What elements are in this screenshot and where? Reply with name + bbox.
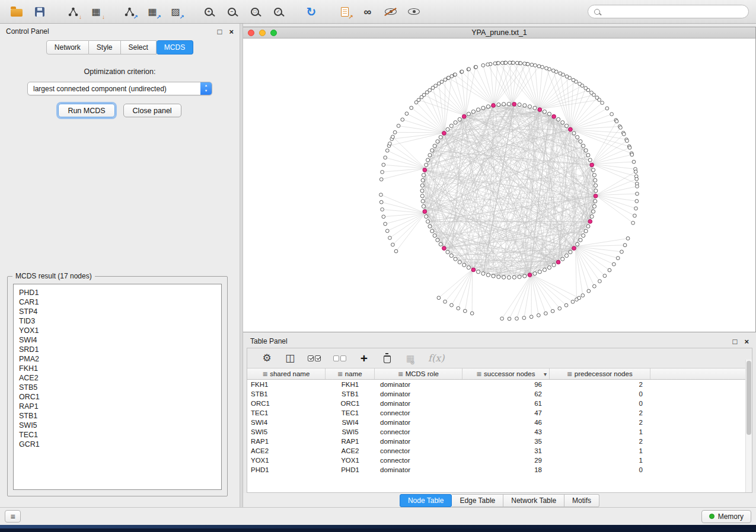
mcds-result-item[interactable]: CAR1 xyxy=(19,297,216,307)
mcds-result-item[interactable]: STP4 xyxy=(19,307,216,316)
mcds-result-item[interactable]: STB5 xyxy=(19,383,216,392)
open-file-button[interactable] xyxy=(7,4,26,20)
export-image-icon: ▨ xyxy=(171,7,180,17)
criterion-value: largest connected component (undirected) xyxy=(28,85,200,93)
table-cell: dominator xyxy=(375,418,462,427)
float-control-panel-icon[interactable]: □ xyxy=(218,27,222,36)
find-button[interactable]: ∞ xyxy=(358,4,377,20)
mcds-result-item[interactable]: GCR1 xyxy=(19,440,216,449)
desktop-background xyxy=(0,525,756,528)
table-row[interactable]: STB1STB1dominator620 xyxy=(247,389,752,399)
mcds-result-item[interactable]: STB1 xyxy=(19,411,216,421)
mcds-result-item[interactable]: TID3 xyxy=(19,316,216,326)
hide-all-columns-button[interactable] xyxy=(333,351,346,366)
show-graphics-details-icon xyxy=(408,8,420,15)
search-box[interactable] xyxy=(588,5,749,18)
mcds-result-item[interactable]: RAP1 xyxy=(19,402,216,411)
export-table-button[interactable]: ▦↗ xyxy=(143,4,162,20)
column-header-name[interactable]: ▦name xyxy=(326,368,375,379)
table-scrollbar[interactable] xyxy=(745,360,752,492)
table-cell: STB1 xyxy=(247,389,326,399)
mcds-result-list[interactable]: PHD1CAR1STP4TID3YOX1SWI4SRD1PMA2FKH1ACE2… xyxy=(13,284,222,490)
tab-node-table[interactable]: Node Table xyxy=(400,494,452,507)
table-cell: 96 xyxy=(462,380,550,389)
run-mcds-button[interactable]: Run MCDS xyxy=(58,104,114,117)
tab-style[interactable]: Style xyxy=(89,40,121,55)
mcds-result-item[interactable]: SWI4 xyxy=(19,335,216,345)
tab-network[interactable]: Network xyxy=(46,40,89,55)
memory-label: Memory xyxy=(718,512,744,521)
apply-preferred-layout-button[interactable]: ↻ xyxy=(302,4,321,20)
table-row[interactable]: YOX1YOX1connector291 xyxy=(247,456,752,465)
table-row[interactable]: ORC1ORC1dominator610 xyxy=(247,399,752,408)
maximize-window-button[interactable] xyxy=(270,30,277,36)
minimize-window-button[interactable] xyxy=(259,30,266,36)
column-header-mcds-role[interactable]: ▦MCDS role xyxy=(375,368,462,379)
toggle-table-view-button[interactable]: ◫ xyxy=(285,351,295,366)
table-row[interactable]: SWI5SWI5connector431 xyxy=(247,427,752,437)
clone-network-button[interactable]: ↗ xyxy=(335,4,354,20)
mcds-result-item[interactable]: YOX1 xyxy=(19,326,216,335)
close-control-panel-icon[interactable]: × xyxy=(229,27,234,36)
table-row[interactable]: FKH1FKH1dominator962 xyxy=(247,380,752,389)
table-cell: RAP1 xyxy=(326,437,375,446)
import-network-from-file-button[interactable]: ↓ xyxy=(63,4,82,20)
search-input[interactable] xyxy=(604,8,742,16)
export-network-button[interactable]: ↗ xyxy=(120,4,139,20)
delete-columns-button[interactable] xyxy=(382,351,393,366)
zoom-in-button[interactable]: + xyxy=(199,4,218,20)
table-cell: 31 xyxy=(462,446,550,456)
table-row[interactable]: PHD1PHD1dominator180 xyxy=(247,465,752,475)
table-row[interactable]: TEC1TEC1connector472 xyxy=(247,408,752,418)
tab-select[interactable]: Select xyxy=(121,40,157,55)
table-cell: connector xyxy=(375,456,462,465)
show-all-columns-button[interactable] xyxy=(308,351,321,366)
panel-menu-button[interactable]: ≡ xyxy=(5,510,21,523)
save-session-button[interactable] xyxy=(30,4,49,20)
tab-motifs[interactable]: Motifs xyxy=(564,494,599,507)
memory-button[interactable]: Memory xyxy=(701,510,751,523)
close-panel-button[interactable]: Close panel xyxy=(123,104,181,117)
column-menu-icon[interactable]: ▾ xyxy=(544,371,547,377)
create-column-button[interactable]: + xyxy=(359,351,369,366)
table-settings-button[interactable]: ⚙ xyxy=(261,351,272,366)
export-image-button[interactable]: ▨↗ xyxy=(166,4,185,20)
show-graphics-details-button[interactable] xyxy=(404,4,423,20)
import-table-from-file-button[interactable]: ▦↓ xyxy=(87,4,106,20)
tab-mcds[interactable]: MCDS xyxy=(157,40,193,55)
table-cell: TEC1 xyxy=(247,408,326,418)
table-cell: ACE2 xyxy=(326,446,375,456)
column-header-successor-nodes[interactable]: ▦successor nodes▾ xyxy=(462,368,550,379)
mcds-result-item[interactable]: PMA2 xyxy=(19,354,216,364)
table-row[interactable]: RAP1RAP1dominator352 xyxy=(247,437,752,446)
network-canvas[interactable] xyxy=(243,39,755,332)
table-cell: 35 xyxy=(462,437,550,446)
list-icon: ≡ xyxy=(10,512,15,521)
zoom-fit-button[interactable]: □ xyxy=(245,4,264,20)
export-image-badge-icon: ↗ xyxy=(180,14,184,20)
table-settings-icon: ⚙ xyxy=(262,352,271,364)
column-header-shared-name[interactable]: ▦shared name xyxy=(247,368,326,379)
table-row[interactable]: ACE2ACE2connector311 xyxy=(247,446,752,456)
mcds-result-item[interactable]: PHD1 xyxy=(19,288,216,297)
table-cell: PHD1 xyxy=(326,465,375,475)
close-window-button[interactable] xyxy=(248,30,254,36)
hide-graphics-details-button[interactable] xyxy=(381,4,400,20)
mcds-result-item[interactable]: FKH1 xyxy=(19,364,216,373)
table-scrollbar-thumb[interactable] xyxy=(747,361,751,435)
column-header-predecessor-nodes[interactable]: ▦predecessor nodes xyxy=(550,368,650,379)
tab-edge-table[interactable]: Edge Table xyxy=(452,494,503,507)
control-panel-title: Control Panel xyxy=(6,27,49,36)
mcds-result-item[interactable]: TEC1 xyxy=(19,430,216,440)
zoom-out-button[interactable]: − xyxy=(222,4,241,20)
criterion-dropdown[interactable]: largest connected component (undirected)… xyxy=(27,82,212,95)
mcds-result-item[interactable]: SWI5 xyxy=(19,421,216,430)
mcds-result-item[interactable]: SRD1 xyxy=(19,345,216,354)
table-row[interactable]: SWI4SWI4dominator462 xyxy=(247,418,752,427)
zoom-selected-button[interactable]: ✓ xyxy=(269,4,288,20)
close-table-panel-icon[interactable]: × xyxy=(744,337,749,346)
tab-network-table[interactable]: Network Table xyxy=(503,494,564,507)
mcds-result-item[interactable]: ORC1 xyxy=(19,392,216,402)
float-table-panel-icon[interactable]: □ xyxy=(733,337,738,346)
mcds-result-item[interactable]: ACE2 xyxy=(19,373,216,383)
